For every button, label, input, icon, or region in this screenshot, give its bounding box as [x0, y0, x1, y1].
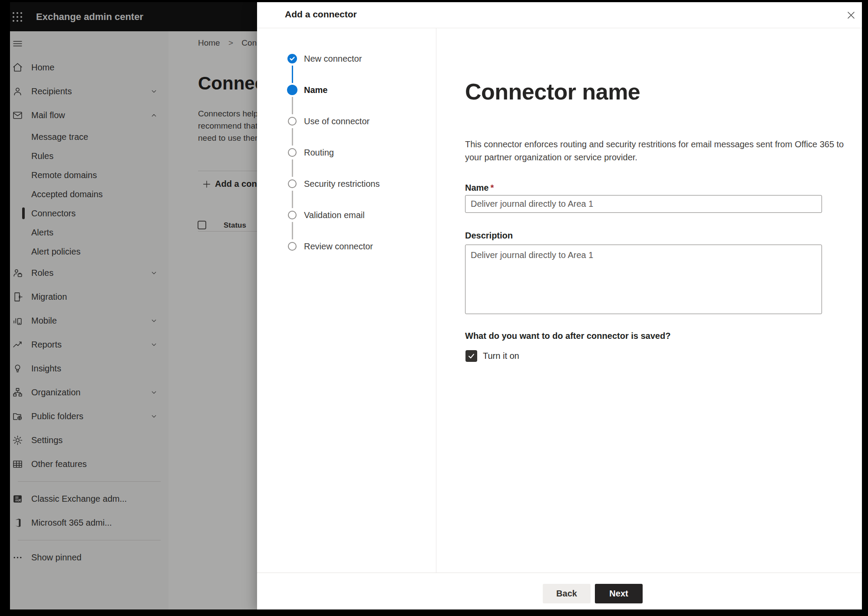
step-completed-icon — [287, 54, 297, 63]
turn-it-on-label: Turn it on — [483, 350, 519, 362]
step-upcoming-icon — [288, 211, 297, 219]
checkmark-icon — [467, 352, 475, 360]
name-field-label: Name* — [465, 183, 494, 193]
step-heading: Connector name — [465, 79, 640, 105]
step-upcoming-icon — [288, 179, 297, 188]
step-connector-line — [292, 66, 293, 83]
step-connector-line — [292, 191, 293, 208]
step-description: This connector enforces routing and secu… — [465, 138, 847, 164]
step-upcoming-icon — [288, 148, 297, 157]
add-connector-dialog: Add a connector New connector Name Use o… — [257, 2, 862, 609]
step-connector-line — [292, 159, 293, 177]
wizard-steps-panel: New connector Name Use of connector Rout… — [257, 28, 436, 573]
next-button[interactable]: Next — [595, 584, 643, 603]
dialog-footer: Back Next — [257, 573, 862, 609]
step-upcoming-icon — [288, 117, 297, 126]
after-save-question: What do you want to do after connector i… — [465, 331, 670, 341]
connector-name-input[interactable] — [465, 195, 822, 213]
step-upcoming-icon — [288, 242, 297, 251]
exchange-admin-window: Exchange admin center Home Recipients Ma… — [10, 2, 862, 609]
turn-it-on-checkbox[interactable] — [465, 350, 477, 362]
required-asterisk: * — [490, 183, 494, 192]
dialog-header: Add a connector — [257, 2, 862, 28]
description-field-label: Description — [465, 231, 513, 241]
step-connector-line — [292, 128, 293, 146]
close-icon[interactable] — [846, 10, 856, 20]
connector-description-textarea[interactable]: Deliver journal directly to Area 1 — [465, 245, 822, 314]
step-current-icon — [287, 85, 297, 95]
dialog-title: Add a connector — [285, 2, 357, 28]
step-connector-line — [292, 222, 293, 239]
step-connector-line — [292, 97, 293, 114]
back-button[interactable]: Back — [543, 584, 591, 603]
